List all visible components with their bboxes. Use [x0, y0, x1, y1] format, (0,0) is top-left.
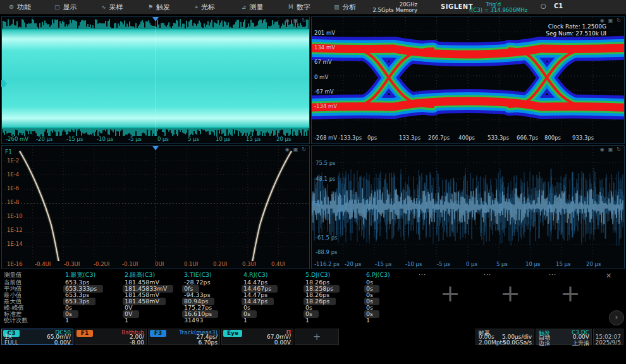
add-measurement-button[interactable]: + [560, 279, 580, 307]
panel-waveform-c3[interactable]: ◉ ▣ ↻ -260 mV -20 μs -15 μs -10 μs -5 μs… [1, 16, 310, 144]
panel-toolbar: ◉ ▣ ↻ [600, 18, 621, 23]
capture-icon[interactable]: ◉ [285, 147, 290, 152]
axis-label: 1E-2 [7, 157, 19, 164]
capture-icon[interactable]: ◉ [600, 18, 605, 23]
axis-label: -20 μs [36, 136, 52, 142]
tie-track-plot [312, 146, 624, 261]
eye-badge: Eye [223, 330, 242, 337]
maximize-icon[interactable]: ▣ [608, 147, 613, 152]
axis-label: -67 mV [314, 88, 334, 95]
trace-box-f3[interactable]: F3 Track(meas3) 27.4ps/ 6.70ps [148, 329, 220, 345]
trace-box-eye[interactable]: Eye Π 67.0mV/ 0.00V [221, 329, 293, 345]
menu-display[interactable]: ▢显示 [54, 0, 77, 14]
panel-bathtub[interactable]: F1 ◉ ▣ ↻ 1E-2 1E-4 1E-6 1E-8 1E-10 1E-12… [1, 145, 310, 269]
axis-label: 533.3ps [488, 135, 509, 141]
restore-icon[interactable]: ↻ [617, 18, 621, 23]
panel-eye-diagram[interactable]: ◉ ▣ ↻ Clock Rate: 1.2500G Seg Num: 27.51… [311, 16, 625, 144]
timebase-box[interactable]: 时基 0.00s 5.00μs/div 2.00Mpts 50.0GSa/s [476, 329, 534, 345]
clock-box[interactable]: 15:02:07 2025/9/5 [593, 329, 623, 345]
axis-label: 0 μs [466, 261, 477, 267]
trigger-position-marker[interactable] [152, 17, 159, 21]
chart-icon: ▥ [334, 4, 340, 10]
restore-icon[interactable]: ↻ [302, 147, 306, 152]
axis-label: 5 μs [188, 136, 199, 142]
ruler-icon: ⊿ [242, 4, 247, 10]
oscilloscope-screen: ⚙功能 ▢显示 ∿采样 ⚑触发 ⌖光标 ⊿测量 M数字 ▥分析 20GHz 2.… [0, 0, 626, 364]
panel-toolbar: ◉ ▣ ↻ [285, 147, 306, 152]
frequency-readout: f(C3) = 314.9606MHz [469, 7, 527, 13]
axis-label: 1E-12 [7, 227, 23, 233]
add-measurement-button[interactable]: + [500, 279, 520, 307]
capture-icon[interactable]: ◉ [285, 18, 290, 23]
restore-icon[interactable]: ↻ [617, 147, 621, 152]
column-header[interactable]: 6.PJ(C3) [366, 271, 390, 278]
restore-icon[interactable]: ↻ [302, 18, 306, 23]
flag-icon: ⚑ [148, 4, 153, 10]
axis-label: 400ps [458, 135, 475, 141]
axis-label: -10 μs [405, 261, 422, 267]
menu-cursor[interactable]: ⌖光标 [195, 0, 215, 14]
menu-acquire[interactable]: ∿采样 [101, 0, 123, 14]
measurement-table: 测量值 1.眼宽(C3) 2.眼高(C3) 3.TIE(C3) 4.RJ(C3)… [0, 270, 626, 327]
eye-stats: Clock Rate: 1.2500G Seg Num: 27.510k UI [546, 23, 606, 37]
capture-icon[interactable]: ◉ [600, 147, 605, 152]
axis-label: 666.7ps [517, 135, 538, 141]
axis-label: -268 mV [314, 135, 337, 141]
trigger-position-marker[interactable] [152, 146, 159, 150]
column-header[interactable]: 5.DJ(C3) [305, 271, 330, 278]
f1-badge: F1 [77, 330, 93, 337]
axis-label: -116.2 ps [314, 261, 340, 267]
axis-label: 0 μs [157, 136, 169, 142]
axis-label: -88.9 ps [316, 249, 338, 255]
axis-label: 1E-6 [7, 185, 19, 191]
axis-label: 266.7ps [428, 135, 450, 141]
axis-label: 15 μs [556, 261, 570, 267]
axis-label: 20 μs [586, 261, 601, 267]
empty-measure-slot[interactable]: ··· [419, 271, 426, 278]
maximize-icon[interactable]: ▣ [608, 18, 613, 23]
axis-label: -61.5 ps [316, 234, 338, 241]
empty-measure-slot[interactable]: ··· [549, 271, 556, 278]
add-trace-box[interactable]: + [295, 329, 339, 345]
trace-box-f1[interactable]: F1 Bathtub 2.00/ -8.00 [75, 329, 147, 345]
axis-label: 15 μs [246, 136, 261, 142]
panel-tie-track[interactable]: F3 ◉ ▣ ↻ 75.5 ps 48.1 ps -61.5 ps -88.9 … [311, 145, 625, 269]
axis-label: 10 μs [525, 261, 540, 267]
axis-label: -0.3UI [64, 261, 80, 267]
table-header-row: 测量值 1.眼宽(C3) 2.眼高(C3) 3.TIE(C3) 4.RJ(C3)… [0, 271, 626, 278]
maximize-icon[interactable]: ▣ [293, 147, 298, 152]
axis-label: -5 μs [128, 136, 142, 142]
column-header[interactable]: 4.RJ(C3) [243, 271, 268, 278]
channel-box-c3[interactable]: C3 DC50 1X 65.0mV/ FULL 0.00V [1, 329, 73, 345]
empty-measure-slot[interactable]: ··· [484, 271, 491, 278]
status-circle-icon[interactable]: ○ [541, 3, 546, 9]
menu-measure[interactable]: ⊿测量 [242, 0, 264, 14]
column-header[interactable]: 3.TIE(C3) [184, 271, 212, 278]
trigger-box[interactable]: 触发 C3 DC 自动 0.00V 边沿 上升沿 [536, 329, 592, 345]
axis-label: 133.3ps [399, 135, 420, 141]
display-icon: ▢ [54, 4, 60, 10]
date-readout: 2025/9/5 [596, 339, 621, 346]
menu-analysis[interactable]: ▥分析 [334, 0, 357, 14]
maximize-icon[interactable]: ▣ [293, 18, 298, 23]
clock-rate-readout: Clock Rate: 1.2500G [546, 23, 606, 30]
axis-label: 800ps [544, 135, 561, 141]
side-panel-toggle[interactable]: › [609, 310, 624, 325]
add-measurement-button[interactable]: + [440, 279, 460, 307]
axis-label: -0.2UI [94, 261, 109, 267]
axis-label: 0.1UI [184, 261, 198, 267]
menu-function[interactable]: ⚙功能 [9, 0, 31, 14]
close-table-icon[interactable]: ✕ [606, 272, 611, 280]
waveform-c3-plot [2, 17, 309, 136]
trace-label-f3[interactable]: F3 [313, 200, 320, 207]
crosshair-icon: ⌖ [195, 4, 198, 11]
axis-label: 1E-4 [7, 171, 19, 178]
channel-selector[interactable]: C1 [554, 3, 563, 9]
axis-label: 20 μs [276, 136, 291, 142]
axis-label: 1E-16 [7, 261, 23, 267]
brand-logo: SIGLENT [441, 3, 473, 10]
panel-toolbar: ◉ ▣ ↻ [600, 147, 621, 152]
menu-digital[interactable]: M数字 [288, 0, 310, 14]
axis-label: -15 μs [66, 136, 83, 142]
menu-trigger[interactable]: ⚑触发 [148, 0, 170, 14]
